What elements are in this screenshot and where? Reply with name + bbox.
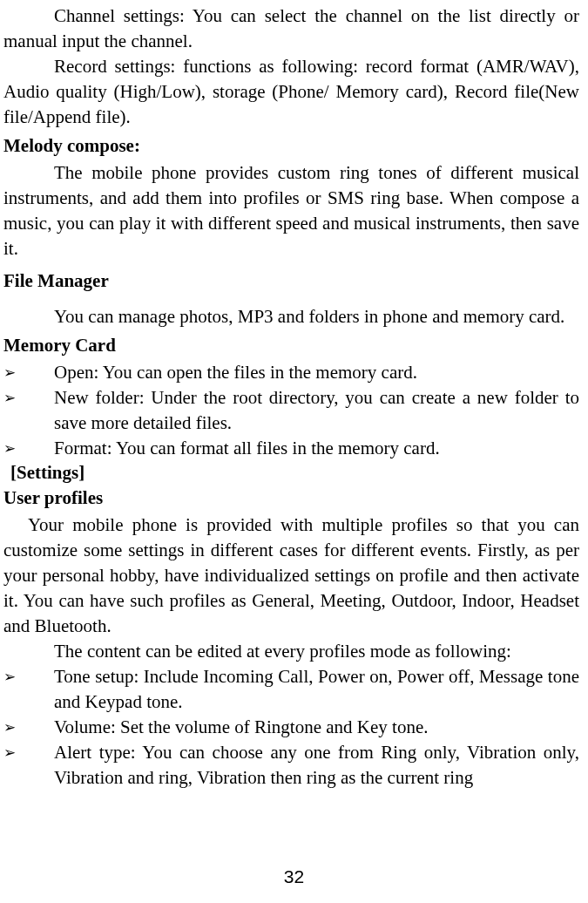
list-text-format: Format: You can format all files in the … [54, 436, 579, 461]
list-item: Tone setup: Include Incoming Call, Power… [3, 664, 579, 715]
list-item: Format: You can format all files in the … [3, 436, 579, 461]
list-text-new-folder: New folder: Under the root directory, yo… [54, 385, 579, 436]
heading-settings: [Settings] [3, 460, 579, 485]
list-text-volume: Volume: Set the volume of Ringtone and K… [54, 715, 579, 740]
paragraph-record-settings: Record settings: functions as following:… [3, 54, 579, 130]
bullet-icon [3, 740, 54, 791]
list-item: Open: You can open the files in the memo… [3, 360, 579, 385]
heading-memory-card: Memory Card [3, 333, 579, 358]
bullet-icon [3, 385, 54, 436]
heading-user-profiles: User profiles [3, 485, 579, 511]
paragraph-file-manager: You can manage photos, MP3 and folders i… [3, 304, 579, 329]
list-item: Alert type: You can choose any one from … [3, 740, 579, 791]
paragraph-user-profiles-2: The content can be edited at every profi… [3, 639, 579, 664]
bullet-icon [3, 664, 54, 715]
heading-melody-compose: Melody compose: [3, 133, 579, 159]
page-number: 32 [0, 866, 588, 887]
memory-card-list: Open: You can open the files in the memo… [3, 360, 579, 461]
document-page: Channel settings: You can select the cha… [0, 0, 588, 791]
list-text-open: Open: You can open the files in the memo… [54, 360, 579, 385]
paragraph-user-profiles-1: Your mobile phone is provided with multi… [3, 513, 579, 639]
list-item: Volume: Set the volume of Ringtone and K… [3, 715, 579, 740]
list-item: New folder: Under the root directory, yo… [3, 385, 579, 436]
profiles-list: Tone setup: Include Incoming Call, Power… [3, 664, 579, 791]
bullet-icon [3, 436, 54, 461]
bullet-icon [3, 360, 54, 385]
paragraph-melody: The mobile phone provides custom ring to… [3, 160, 579, 261]
paragraph-channel-settings: Channel settings: You can select the cha… [3, 3, 579, 54]
heading-file-manager: File Manager [3, 268, 579, 294]
bullet-icon [3, 715, 54, 740]
list-text-alert: Alert type: You can choose any one from … [54, 740, 579, 791]
list-text-tone: Tone setup: Include Incoming Call, Power… [54, 664, 579, 715]
